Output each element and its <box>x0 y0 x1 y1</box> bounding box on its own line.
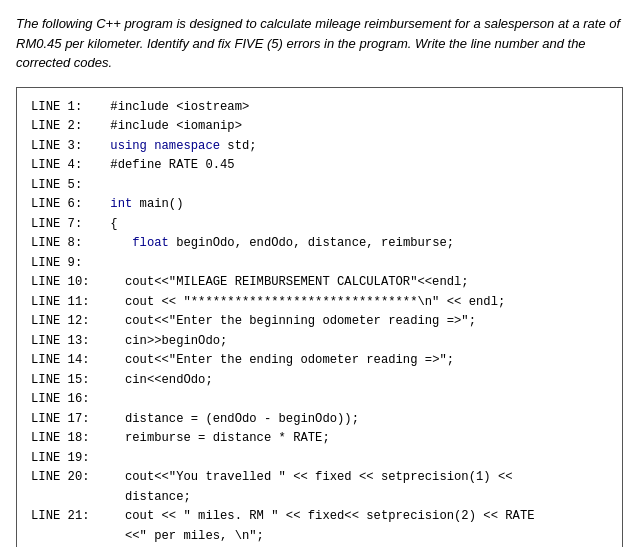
line-label: LINE 2: <box>31 117 103 137</box>
code-line-20a: LINE 20: cout<<"You travelled " << fixed… <box>31 468 608 488</box>
line-label: LINE 6: <box>31 195 103 215</box>
code-line-13: LINE 13: cin>>beginOdo; <box>31 332 608 352</box>
line-label: LINE 4: <box>31 156 103 176</box>
code-line-6: LINE 6: int main() <box>31 195 608 215</box>
code-line-3: LINE 3: using namespace std; <box>31 137 608 157</box>
line-label: LINE 15: <box>31 371 103 391</box>
code-line-17: LINE 17: distance = (endOdo - beginOdo))… <box>31 410 608 430</box>
code-line-19: LINE 19: <box>31 449 608 469</box>
reading-text: reading <box>366 353 417 367</box>
code-line-12: LINE 12: cout<<"Enter the beginning odom… <box>31 312 608 332</box>
code-line-16: LINE 16: <box>31 390 608 410</box>
code-line-4: LINE 4: #define RATE 0.45 <box>31 156 608 176</box>
code-line-7: LINE 7: { <box>31 215 608 235</box>
instructions-text: The following C++ program is designed to… <box>16 14 623 73</box>
line-label <box>31 488 103 508</box>
line-label: LINE 17: <box>31 410 103 430</box>
line-label: LINE 13: <box>31 332 103 352</box>
line-label: LINE 16: <box>31 390 103 410</box>
code-line-14: LINE 14: cout<<"Enter the ending odomete… <box>31 351 608 371</box>
line-label: LINE 10: <box>31 273 103 293</box>
line-label: LINE 18: <box>31 429 103 449</box>
code-line-5: LINE 5: <box>31 176 608 196</box>
line-label: LINE 11: <box>31 293 103 313</box>
line-label: LINE 3: <box>31 137 103 157</box>
line-label: LINE 21: <box>31 507 103 527</box>
line-label: LINE 12: <box>31 312 103 332</box>
line-label <box>31 527 103 547</box>
code-box: LINE 1: #include <iostream> LINE 2: #inc… <box>16 87 623 548</box>
code-line-8: LINE 8: float beginOdo, endOdo, distance… <box>31 234 608 254</box>
code-line-1: LINE 1: #include <iostream> <box>31 98 608 118</box>
line-label: LINE 8: <box>31 234 103 254</box>
line-label: LINE 19: <box>31 449 103 469</box>
code-line-9: LINE 9: <box>31 254 608 274</box>
code-line-11: LINE 11: cout << "**********************… <box>31 293 608 313</box>
code-line-21b: <<" per miles, \n"; <box>31 527 608 547</box>
line-label: LINE 9: <box>31 254 103 274</box>
code-line-2: LINE 2: #include <iomanip> <box>31 117 608 137</box>
code-line-18: LINE 18: reimburse = distance * RATE; <box>31 429 608 449</box>
code-line-21a: LINE 21: cout << " miles. RM " << fixed<… <box>31 507 608 527</box>
line-label: LINE 1: <box>31 98 103 118</box>
line-label: LINE 5: <box>31 176 103 196</box>
line-label: LINE 14: <box>31 351 103 371</box>
code-line-15: LINE 15: cin<<endOdo; <box>31 371 608 391</box>
line-label: LINE 20: <box>31 468 103 488</box>
line-label: LINE 7: <box>31 215 103 235</box>
code-line-10: LINE 10: cout<<"MILEAGE REIMBURSEMENT CA… <box>31 273 608 293</box>
code-line-20b: distance; <box>31 488 608 508</box>
